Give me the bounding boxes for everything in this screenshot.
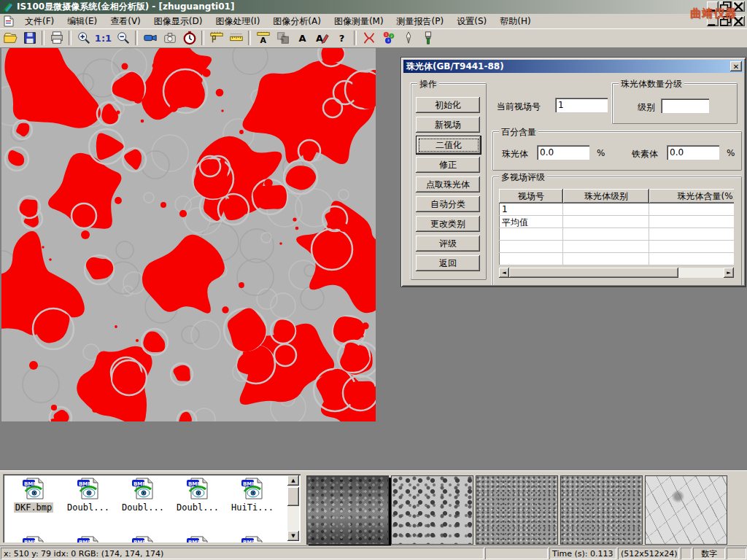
toolbar-separator (135, 31, 138, 45)
file-list-scrollbar[interactable]: ▲ ▼ (287, 475, 299, 541)
menu-item-image-display[interactable]: 图像显示(D) (147, 14, 209, 29)
micrograph-image[interactable] (1, 48, 376, 421)
scroll-up-icon[interactable]: ▲ (287, 475, 299, 486)
watermark-text: 曲靖仪器 (690, 7, 737, 20)
pick-pearlite-button[interactable]: 点取珠光体 (416, 176, 480, 192)
curve-tool-icon[interactable] (360, 30, 378, 47)
capture-camera-icon[interactable] (160, 30, 179, 47)
merge-grid-icon[interactable] (274, 30, 292, 47)
file-item-partial[interactable]: BMP (7, 535, 60, 542)
help-icon[interactable]: ? (333, 30, 351, 47)
zoom-in-icon[interactable] (74, 30, 93, 47)
table-cell (563, 241, 649, 253)
file-item[interactable]: BMPDoubl... (117, 477, 169, 513)
column-header[interactable]: 视场号 (499, 189, 563, 203)
file-name: DKF.bmp (14, 502, 54, 513)
table-row[interactable]: 平均值0.0 (499, 216, 734, 228)
correct-button[interactable]: 修正 (416, 157, 480, 173)
rating-table[interactable]: 视场号珠光体级别珠光体含量(%)铁素体含量(%) 10.0平均值0.0 (499, 189, 734, 265)
table-row[interactable] (499, 228, 734, 241)
svg-text:BMP: BMP (24, 540, 36, 543)
file-item[interactable]: BMPDoubl... (62, 477, 115, 513)
table-row[interactable]: 10.0 (499, 203, 734, 216)
menu-item-view[interactable]: 查看(V) (104, 14, 147, 29)
text-icon[interactable]: A (293, 30, 311, 47)
return-button[interactable]: 返回 (416, 255, 480, 271)
menu-item-image-analysis[interactable]: 图像分析(A) (266, 14, 328, 29)
save-icon[interactable] (20, 30, 39, 47)
bottom-panel: BMPDKF.bmpBMPDoubl...BMPDoubl...BMPDoubl… (0, 470, 747, 546)
dialog-title: 珠光体(GB/T9441-88) (406, 61, 504, 73)
ferrite-percent-input[interactable] (667, 145, 719, 160)
dialog-title-bar[interactable]: 珠光体(GB/T9441-88) ✕ (403, 60, 743, 73)
actual-size-icon[interactable]: 1:1 (94, 30, 112, 47)
menu-item-file[interactable]: 文件(F) (18, 14, 61, 29)
grade-button[interactable]: 评级 (416, 236, 480, 252)
classify-balls-icon[interactable]: 123 (379, 30, 398, 47)
file-item-partial[interactable]: BMP (62, 535, 115, 542)
init-button[interactable]: 初始化 (416, 97, 480, 113)
file-item[interactable]: BMPDoubl... (171, 477, 224, 513)
open-folder-icon[interactable] (1, 30, 19, 47)
file-scrollbar-thumb[interactable] (287, 487, 299, 506)
brush-tool-icon[interactable] (419, 30, 437, 47)
table-cell: 1 (499, 203, 563, 216)
zoom-out-icon[interactable] (114, 30, 132, 47)
grade-input[interactable] (661, 98, 709, 113)
scroll-left-icon[interactable]: ◄ (499, 268, 509, 278)
file-item-partial[interactable]: BMP (226, 535, 279, 542)
toolbar-separator (201, 31, 204, 45)
new-field-button[interactable]: 新视场 (416, 117, 480, 133)
video-camera-icon[interactable] (141, 30, 159, 47)
measure-label-icon[interactable]: A (254, 30, 272, 47)
menu-item-image-process[interactable]: 图像处理(I) (209, 14, 266, 29)
menu-items: 文件(F)编辑(E)查看(V)图像显示(D)图像处理(I)图像分析(A)图像测量… (18, 14, 538, 29)
file-item[interactable]: BMPDKF.bmp (7, 477, 60, 513)
thumbnail-1[interactable] (306, 475, 389, 545)
table-row[interactable] (499, 241, 734, 253)
thumbnail-3[interactable] (476, 475, 558, 545)
time-status: Time (s): 0.113 (549, 548, 616, 559)
file-name: Doubl... (120, 502, 166, 513)
column-header[interactable]: 珠光体级别 (563, 189, 649, 203)
operate-legend: 操作 (417, 78, 439, 90)
table-row[interactable] (499, 253, 734, 265)
pen-tool-icon[interactable] (399, 30, 417, 47)
table-horizontal-scrollbar[interactable]: ◄ ► (499, 268, 734, 278)
menu-item-measure-report[interactable]: 测量报告(P) (390, 14, 451, 29)
thumbnail-4[interactable] (560, 475, 643, 545)
menu-item-help[interactable]: 帮助(H) (493, 14, 537, 29)
dialog-close-icon[interactable]: ✕ (730, 61, 742, 71)
svg-text:BMP: BMP (133, 540, 146, 543)
auto-classify-button[interactable]: 自动分类 (416, 196, 480, 212)
thumbnail-5[interactable] (645, 475, 727, 545)
menu-item-image-measure[interactable]: 图像测量(M) (328, 14, 390, 29)
pearlite-percent-input[interactable] (537, 145, 589, 160)
ferrite-label: 铁素体 (632, 148, 658, 160)
file-list[interactable]: BMPDKF.bmpBMPDoubl...BMPDoubl...BMPDoubl… (3, 474, 301, 542)
thumbnail-2[interactable] (391, 475, 473, 545)
scrollbar-thumb[interactable] (509, 268, 678, 278)
file-item-partial[interactable]: BMP (117, 535, 169, 542)
column-header[interactable]: 珠光体含量(%) (649, 189, 734, 203)
print-icon[interactable] (47, 30, 66, 47)
caliper-icon[interactable] (207, 30, 225, 47)
menu-item-settings[interactable]: 设置(S) (450, 14, 493, 29)
file-item-partial[interactable]: BMP (171, 535, 224, 542)
file-name: Doubl... (175, 502, 220, 513)
file-item[interactable]: BMPHuiTi... (226, 477, 279, 513)
menu-bar: 文件(F)编辑(E)查看(V)图像显示(D)图像处理(I)图像分析(A)图像测量… (0, 14, 747, 29)
toolbar-separator (69, 31, 71, 45)
annotate-text-icon[interactable]: A (313, 30, 331, 47)
current-field-input[interactable] (555, 98, 608, 112)
table-cell (563, 228, 649, 241)
binarize-button[interactable]: 二值化 (416, 136, 481, 155)
ruler-icon[interactable] (227, 30, 245, 47)
scroll-right-icon[interactable]: ► (724, 268, 734, 278)
menu-item-edit[interactable]: 编辑(E) (61, 14, 104, 29)
document-icon[interactable] (3, 15, 15, 27)
timer-clock-icon[interactable] (180, 30, 198, 47)
change-class-button[interactable]: 更改类别 (416, 216, 480, 232)
status-panel-empty (485, 548, 548, 559)
scroll-down-icon[interactable]: ▼ (287, 531, 299, 541)
